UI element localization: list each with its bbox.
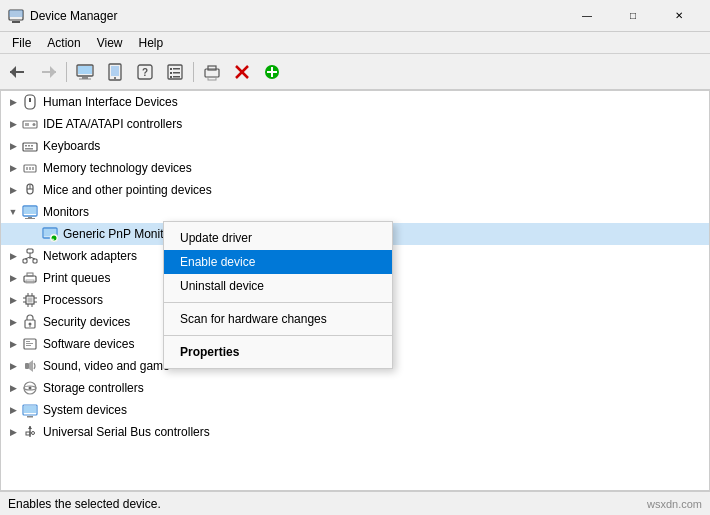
expand-monitors[interactable]: ▼ xyxy=(5,204,21,220)
menu-file[interactable]: File xyxy=(4,34,39,52)
context-menu-separator-2 xyxy=(164,335,392,336)
expand-sound[interactable]: ▶ xyxy=(5,358,21,374)
status-text: Enables the selected device. xyxy=(8,497,161,511)
icon-software xyxy=(21,335,39,353)
svg-rect-42 xyxy=(26,167,28,170)
svg-rect-2 xyxy=(9,10,23,17)
expand-security[interactable]: ▶ xyxy=(5,314,21,330)
expand-processors[interactable]: ▶ xyxy=(5,292,21,308)
icon-generic-pnp: + xyxy=(41,225,59,243)
tree-item-system[interactable]: ▶ System devices xyxy=(1,399,709,421)
toolbar-separator-1 xyxy=(66,62,67,82)
svg-point-86 xyxy=(29,387,32,390)
icon-hid xyxy=(21,93,39,111)
svg-rect-36 xyxy=(23,143,37,151)
svg-rect-80 xyxy=(26,341,30,342)
icon-print xyxy=(21,269,39,287)
ctx-scan-changes[interactable]: Scan for hardware changes xyxy=(164,307,392,331)
expand-software[interactable]: ▶ xyxy=(5,336,21,352)
expand-mice[interactable]: ▶ xyxy=(5,182,21,198)
svg-rect-34 xyxy=(25,123,29,126)
svg-rect-1 xyxy=(12,21,20,23)
svg-rect-40 xyxy=(25,148,33,150)
main-content: ▶ Human Interface Devices ▶ IDE ATA/ATAP… xyxy=(0,90,710,491)
svg-line-61 xyxy=(25,257,30,259)
toolbar-separator-2 xyxy=(193,62,194,82)
expand-keyboards[interactable]: ▶ xyxy=(5,138,21,154)
maximize-button[interactable]: □ xyxy=(610,0,656,32)
svg-rect-43 xyxy=(29,167,31,170)
icon-usb xyxy=(21,423,39,441)
tree-item-usb[interactable]: ▶ Universal Serial Bus controllers xyxy=(1,421,709,443)
status-bar: Enables the selected device. wsxdn.com xyxy=(0,491,710,515)
scan-button[interactable] xyxy=(198,58,226,86)
icon-mice xyxy=(21,181,39,199)
expand-hid[interactable]: ▶ xyxy=(5,94,21,110)
label-software: Software devices xyxy=(43,337,134,351)
icon-security xyxy=(21,313,39,331)
expand-print[interactable]: ▶ xyxy=(5,270,21,286)
svg-rect-20 xyxy=(173,72,180,74)
device-button[interactable] xyxy=(101,58,129,86)
expand-system[interactable]: ▶ xyxy=(5,402,21,418)
icon-sound xyxy=(21,357,39,375)
label-generic-pnp: Generic PnP Monitor xyxy=(63,227,174,241)
tree-item-memory[interactable]: ▶ Memory technology devices xyxy=(1,157,709,179)
svg-rect-38 xyxy=(28,145,30,147)
svg-rect-89 xyxy=(27,416,33,418)
icon-storage xyxy=(21,379,39,397)
svg-rect-58 xyxy=(23,259,27,263)
ctx-uninstall-device[interactable]: Uninstall device xyxy=(164,274,392,298)
tree-item-keyboards[interactable]: ▶ Keyboards xyxy=(1,135,709,157)
list-button[interactable] xyxy=(161,58,189,86)
ctx-properties[interactable]: Properties xyxy=(164,340,392,364)
svg-rect-8 xyxy=(78,66,92,74)
svg-rect-39 xyxy=(31,145,33,147)
svg-rect-82 xyxy=(26,345,31,346)
svg-line-62 xyxy=(30,257,35,259)
svg-point-13 xyxy=(114,77,116,79)
svg-rect-67 xyxy=(28,298,33,303)
tree-item-monitors[interactable]: ▼ Monitors xyxy=(1,201,709,223)
menu-bar: File Action View Help xyxy=(0,32,710,54)
forward-button[interactable] xyxy=(34,58,62,86)
ctx-update-driver[interactable]: Update driver xyxy=(164,226,392,250)
expand-ide[interactable]: ▶ xyxy=(5,116,21,132)
device-tree[interactable]: ▶ Human Interface Devices ▶ IDE ATA/ATAP… xyxy=(0,90,710,491)
icon-system xyxy=(21,401,39,419)
label-security: Security devices xyxy=(43,315,130,329)
computer-button[interactable] xyxy=(71,58,99,86)
svg-rect-37 xyxy=(25,145,27,147)
remove-button[interactable] xyxy=(228,58,256,86)
svg-rect-88 xyxy=(24,406,36,413)
expand-usb[interactable]: ▶ xyxy=(5,424,21,440)
menu-help[interactable]: Help xyxy=(131,34,172,52)
toolbar: ? xyxy=(0,54,710,90)
svg-marker-91 xyxy=(28,426,32,429)
back-button[interactable] xyxy=(4,58,32,86)
tree-item-ide[interactable]: ▶ IDE ATA/ATAPI controllers xyxy=(1,113,709,135)
expand-memory[interactable]: ▶ xyxy=(5,160,21,176)
minimize-button[interactable]: — xyxy=(564,0,610,32)
menu-view[interactable]: View xyxy=(89,34,131,52)
svg-rect-12 xyxy=(111,66,119,76)
svg-rect-49 xyxy=(24,207,36,214)
svg-point-77 xyxy=(29,323,32,326)
close-button[interactable]: ✕ xyxy=(656,0,702,32)
svg-rect-10 xyxy=(79,78,91,79)
ctx-enable-device[interactable]: Enable device xyxy=(164,250,392,274)
expand-storage[interactable]: ▶ xyxy=(5,380,21,396)
svg-rect-32 xyxy=(29,98,31,102)
help-button[interactable]: ? xyxy=(131,58,159,86)
svg-rect-83 xyxy=(25,363,29,369)
svg-rect-57 xyxy=(27,249,33,253)
tree-item-storage[interactable]: ▶ Storage controllers xyxy=(1,377,709,399)
tree-item-mice[interactable]: ▶ Mice and other pointing devices xyxy=(1,179,709,201)
tree-item-hid[interactable]: ▶ Human Interface Devices xyxy=(1,91,709,113)
menu-action[interactable]: Action xyxy=(39,34,88,52)
watermark: wsxdn.com xyxy=(647,498,702,510)
add-button[interactable] xyxy=(258,58,286,86)
expand-network[interactable]: ▶ xyxy=(5,248,21,264)
icon-ide xyxy=(21,115,39,133)
icon-memory xyxy=(21,159,39,177)
